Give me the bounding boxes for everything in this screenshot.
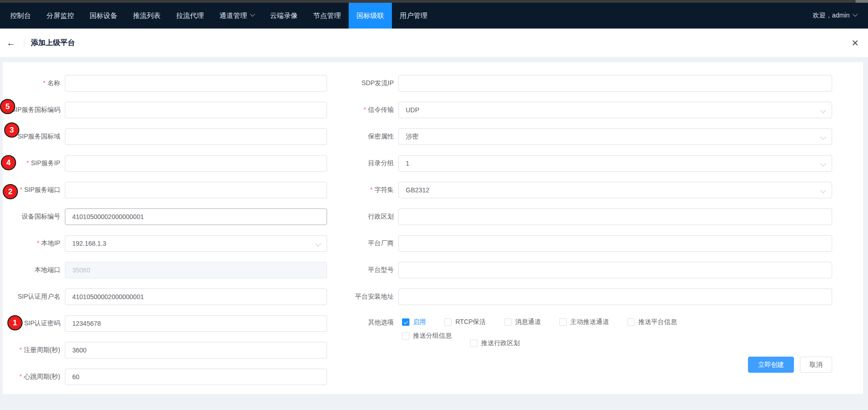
field-value: 3600 — [72, 346, 86, 354]
device-gb-id-input[interactable]: 41010500002000000001 — [65, 208, 327, 225]
field-label: 平台安装地址 — [327, 293, 398, 301]
field-label: SIP认证用户名 — [3, 293, 65, 301]
name-input[interactable] — [65, 75, 327, 92]
nav-item-split-monitor[interactable]: 分屏监控 — [39, 3, 82, 29]
page-header: ← 添加上级平台 ✕ — [0, 29, 868, 57]
field-value: 涉密 — [406, 133, 419, 141]
field-value: GB2312 — [406, 186, 429, 194]
checkbox-rtcp-keepalive[interactable]: RTCP保活 — [444, 315, 486, 329]
form-row-other-options: 其他选项 启用 RTCP保活 消息通道 — [327, 315, 863, 350]
form-row-signal-transport: 信令传输 UDP — [327, 102, 863, 118]
field-label: 名称 — [3, 79, 65, 87]
field-value: UDP — [406, 106, 420, 114]
checkbox-label: 启用 — [413, 318, 426, 326]
form-row-charset: 字符集 GB2312 — [327, 182, 863, 198]
form-row-sdp-ip: SDP发流IP — [327, 75, 863, 92]
field-label: 信令传输 — [327, 106, 398, 114]
field-label: 目录分组 — [327, 159, 398, 167]
close-icon[interactable]: ✕ — [851, 38, 859, 48]
secrecy-select[interactable]: 涉密 — [398, 128, 832, 145]
sip-server-ip-input[interactable] — [65, 155, 327, 172]
nav-item-user-mgmt[interactable]: 用户管理 — [392, 3, 435, 29]
field-value: 41010500002000000001 — [72, 213, 144, 220]
annotation-badge-1: 1 — [7, 315, 23, 330]
form-row-sip-gb-domain: SIP服务国标域 — [3, 128, 327, 145]
signal-transport-select[interactable]: UDP — [398, 102, 832, 118]
form-left-column: 名称 SIP服务国标编码 SIP服务国标域 SIP服务IP SIP服务端口 — [3, 75, 327, 395]
nav-item-gb-devices[interactable]: 国标设备 — [82, 3, 125, 29]
checkbox-push-group-info[interactable]: 推送分组信息 — [402, 329, 452, 343]
chevron-down-icon — [315, 241, 321, 247]
field-value: 60 — [72, 373, 80, 381]
local-port-input: 35060 — [65, 262, 327, 278]
sip-server-port-input[interactable] — [65, 182, 327, 198]
nav-item-label: 通道管理 — [219, 12, 247, 20]
field-label: 保密属性 — [327, 133, 398, 141]
annotation-badge-2: 2 — [3, 184, 18, 199]
sdp-ip-input[interactable] — [398, 75, 832, 92]
field-label: 行政区划 — [327, 213, 398, 221]
checkbox-icon — [444, 318, 452, 326]
create-button[interactable]: 立即创建 — [748, 357, 794, 373]
local-ip-select[interactable]: 192.168.1.3 — [65, 235, 327, 252]
back-arrow-icon[interactable]: ← — [6, 38, 16, 47]
annotation-badge-3: 3 — [4, 122, 19, 138]
field-label: SDP发流IP — [327, 79, 398, 87]
cancel-button[interactable]: 取消 — [800, 357, 832, 373]
form-row-platform-vendor: 平台厂商 — [327, 235, 863, 252]
platform-address-input[interactable] — [398, 289, 832, 305]
checkbox-message-channel[interactable]: 消息通道 — [504, 315, 541, 329]
annotation-badge-4: 4 — [1, 155, 16, 170]
field-label: 平台厂商 — [327, 239, 398, 248]
chevron-down-icon — [820, 187, 826, 193]
other-options-group: 启用 RTCP保活 消息通道 主动推送通道 — [402, 315, 761, 350]
nav-item-console[interactable]: 控制台 — [2, 3, 39, 29]
platform-vendor-input[interactable] — [398, 235, 832, 252]
form-actions: 立即创建 取消 — [327, 357, 832, 373]
form-row-heartbeat-period: 心跳周期(秒) 60 — [3, 369, 327, 385]
nav-item-channel-mgmt[interactable]: 通道管理 — [212, 3, 262, 29]
sip-server-gb-domain-input[interactable] — [65, 128, 327, 145]
field-value: 12345678 — [72, 320, 101, 327]
nav-item-push-list[interactable]: 推流列表 — [125, 3, 168, 29]
sip-server-gb-code-input[interactable] — [65, 102, 327, 118]
checkbox-label: 推送行政区划 — [481, 339, 520, 347]
nav-item-gb-cascade[interactable]: 国标级联 — [349, 3, 392, 29]
platform-model-input[interactable] — [398, 262, 832, 278]
field-label: 设备国标编号 — [3, 213, 65, 221]
form-row-sip-port: SIP服务端口 — [3, 182, 327, 198]
checkbox-push-platform-info[interactable]: 推送平台信息 — [627, 315, 677, 329]
field-label: 其他选项 — [327, 315, 398, 329]
field-label: 本地端口 — [3, 266, 65, 274]
heartbeat-period-input[interactable]: 60 — [65, 369, 327, 385]
nav-item-pull-proxy[interactable]: 拉流代理 — [168, 3, 212, 29]
form-card: 名称 SIP服务国标编码 SIP服务国标域 SIP服务IP SIP服务端口 — [3, 62, 863, 394]
checkbox-active-push-channel[interactable]: 主动推送通道 — [559, 315, 609, 329]
checkbox-push-admin-division[interactable]: 推送行政区划 — [470, 336, 520, 350]
nav-item-node-mgmt[interactable]: 节点管理 — [305, 3, 349, 29]
field-value: 41010500002000000001 — [72, 293, 144, 300]
form-row-admin-division: 行政区划 — [327, 208, 863, 225]
sip-auth-username-input[interactable]: 41010500002000000001 — [65, 289, 327, 305]
nav-item-cloud-record[interactable]: 云端录像 — [262, 3, 305, 29]
charset-select[interactable]: GB2312 — [398, 182, 832, 198]
admin-division-input[interactable] — [398, 208, 832, 225]
header-divider — [24, 39, 24, 47]
form-row-catalog-group: 目录分组 1 — [327, 155, 863, 172]
field-label: 字符集 — [327, 186, 398, 194]
form-row-local-port: 本地端口 35060 — [3, 262, 327, 278]
checkbox-enable[interactable]: 启用 — [402, 315, 426, 329]
checkbox-icon — [627, 318, 635, 326]
checkbox-icon — [402, 332, 409, 340]
field-label: 平台型号 — [327, 266, 398, 274]
checkbox-label: 消息通道 — [515, 318, 541, 326]
sip-auth-password-input[interactable]: 12345678 — [65, 315, 327, 332]
user-menu[interactable]: 欢迎，admin — [813, 3, 868, 29]
chevron-down-icon — [250, 12, 255, 17]
form-row-platform-model: 平台型号 — [327, 262, 863, 278]
annotation-badge-5: 5 — [0, 99, 15, 114]
checkbox-icon — [470, 340, 477, 347]
register-period-input[interactable]: 3600 — [65, 342, 327, 358]
catalog-group-select[interactable]: 1 — [398, 155, 832, 172]
form-row-device-gb-id: 设备国标编号 41010500002000000001 — [3, 208, 327, 225]
